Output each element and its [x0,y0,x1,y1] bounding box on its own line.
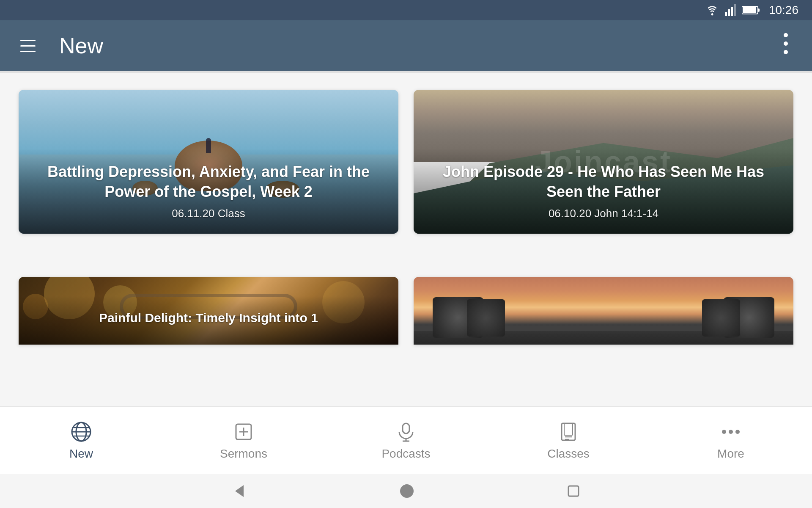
hamburger-line-3 [20,51,36,52]
svg-point-0 [711,14,713,16]
nav-item-sermons[interactable]: Sermons [162,407,325,474]
content-card-4[interactable] [414,277,793,345]
microphone-icon [395,421,417,443]
card-1-title: Battling Depression, Anxiety, and Fear i… [36,162,381,202]
svg-rect-4 [734,4,736,16]
hamburger-menu-button[interactable] [17,33,42,58]
content-grid: Battling Depression, Anxiety, and Fear i… [0,73,812,389]
card-1-meta: 06.11.20 Class [36,207,381,220]
svg-rect-23 [564,423,573,435]
classes-icon [557,421,579,443]
card-3-title: Painful Delight: Timely Insight into 1 [36,309,381,326]
svg-rect-6 [743,7,756,13]
svg-rect-2 [728,9,730,16]
nav-label-classes: Classes [547,447,590,461]
nav-item-podcasts[interactable]: Podcasts [325,407,487,474]
card-1-overlay: Battling Depression, Anxiety, and Fear i… [19,149,398,234]
card-2-overlay: John Episode 29 - He Who Has Seen Me Has… [414,149,793,234]
page-title: New [59,33,776,58]
card-2-title: John Episode 29 - He Who Has Seen Me Has… [431,162,776,202]
more-dots-icon [720,421,742,443]
svg-marker-29 [235,485,244,497]
sermons-icon [233,421,255,443]
nav-label-sermons: Sermons [220,447,267,461]
svg-point-9 [784,41,788,46]
toolbar: New [0,20,812,71]
svg-rect-3 [731,7,733,16]
recents-button[interactable] [567,484,580,498]
svg-rect-22 [562,423,575,440]
overflow-menu-button[interactable] [776,28,795,64]
nav-item-classes[interactable]: Classes [487,407,650,474]
nav-label-podcasts: Podcasts [381,447,430,461]
status-bar: 10:26 [0,0,812,20]
wifi-icon [705,4,720,16]
nav-label-more: More [717,447,744,461]
svg-rect-1 [725,12,727,16]
content-card-3[interactable]: Painful Delight: Timely Insight into 1 [19,277,398,345]
system-navigation-bar [0,474,812,508]
svg-rect-31 [568,486,579,496]
status-time: 10:26 [769,3,798,17]
svg-point-27 [729,430,733,434]
card-2-meta: 06.10.20 John 14:1-14 [431,207,776,220]
content-card-2[interactable]: Joincast John Episode 29 - He Who Has Se… [414,90,793,234]
nav-label-new: New [69,447,93,461]
content-card-1[interactable]: Battling Depression, Anxiety, and Fear i… [19,90,398,234]
svg-point-30 [400,484,414,498]
nav-item-more[interactable]: More [650,407,812,474]
card-3-overlay: Painful Delight: Timely Insight into 1 [19,296,398,345]
signal-icon [725,4,737,16]
svg-point-26 [722,430,726,434]
card-4-background [414,277,793,345]
svg-rect-7 [758,8,760,12]
svg-rect-19 [403,423,409,433]
bottom-navigation: New Sermons Podcasts Classes [0,406,812,474]
hamburger-line-1 [20,40,36,41]
hamburger-line-2 [20,45,36,47]
svg-point-8 [784,33,788,37]
back-button[interactable] [232,483,247,499]
battery-icon [742,5,760,15]
status-icons: 10:26 [705,3,798,17]
svg-point-28 [735,430,740,434]
home-button[interactable] [399,483,414,499]
svg-point-10 [784,50,788,54]
globe-icon [70,421,92,443]
nav-item-new[interactable]: New [0,407,162,474]
